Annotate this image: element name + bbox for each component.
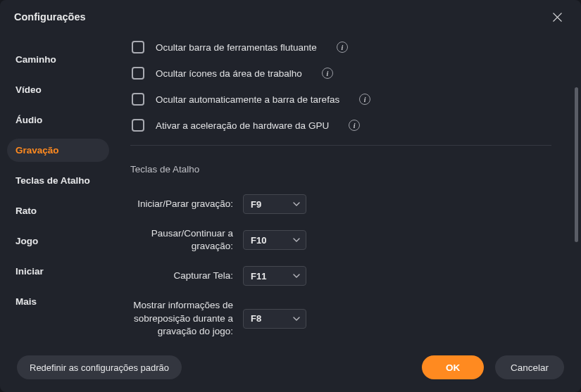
option-row: Ocultar barra de ferramentas flutuante i <box>130 41 551 53</box>
hotkey-value: F8 <box>251 313 293 324</box>
hotkey-label: Pausar/Continuar a gravação: <box>130 227 243 253</box>
option-row: Ocultar ícones da área de trabalho i <box>130 67 551 80</box>
checkbox-hide-floating-toolbar[interactable] <box>132 41 144 53</box>
chevron-down-icon <box>293 201 300 208</box>
info-icon[interactable]: i <box>349 120 360 131</box>
hotkey-select-pause-resume[interactable]: F10 <box>243 230 306 250</box>
scroll-area: Ocultar barra de ferramentas flutuante i… <box>116 34 573 343</box>
sidebar-item-audio[interactable]: Áudio <box>7 108 109 132</box>
info-icon[interactable]: i <box>322 68 333 79</box>
option-row: Ativar a aceleração de hardware da GPU i <box>130 119 551 132</box>
close-button[interactable] <box>547 7 567 27</box>
sidebar-item-iniciar[interactable]: Iniciar <box>7 260 109 283</box>
scrollbar[interactable] <box>574 38 578 339</box>
chevron-down-icon <box>293 315 300 322</box>
settings-window: Configurações Caminho Vídeo Áudio Gravaç… <box>0 0 581 392</box>
info-icon[interactable]: i <box>337 42 348 53</box>
body: Caminho Vídeo Áudio Gravação Teclas de A… <box>0 34 581 343</box>
hotkey-label: Capturar Tela: <box>130 270 243 282</box>
sidebar-item-rato[interactable]: Rato <box>7 199 109 222</box>
hotkey-label: Iniciar/Parar gravação: <box>130 198 243 210</box>
sidebar-item-caminho[interactable]: Caminho <box>7 48 109 71</box>
titlebar: Configurações <box>0 0 581 34</box>
cancel-button[interactable]: Cancelar <box>495 355 564 379</box>
hotkey-row: Iniciar/Parar gravação: F9 <box>130 194 551 214</box>
main-panel: Ocultar barra de ferramentas flutuante i… <box>116 34 581 343</box>
hotkey-select-overlay-info[interactable]: F8 <box>243 309 306 329</box>
sidebar: Caminho Vídeo Áudio Gravação Teclas de A… <box>0 34 116 343</box>
scrollbar-thumb[interactable] <box>575 87 578 242</box>
sidebar-item-video[interactable]: Vídeo <box>7 78 109 101</box>
hotkey-value: F11 <box>251 271 293 282</box>
info-icon[interactable]: i <box>359 94 370 105</box>
chevron-down-icon <box>293 272 300 279</box>
sidebar-item-jogo[interactable]: Jogo <box>7 229 109 253</box>
option-label: Ativar a aceleração de hardware da GPU <box>156 120 329 131</box>
hotkey-value: F10 <box>251 235 293 246</box>
sidebar-item-teclas-de-atalho[interactable]: Teclas de Atalho <box>7 169 109 192</box>
ok-button[interactable]: OK <box>422 355 484 379</box>
hotkey-select-capture-screen[interactable]: F11 <box>243 266 306 286</box>
close-icon <box>552 12 563 23</box>
sidebar-item-gravacao[interactable]: Gravação <box>7 139 109 162</box>
window-title: Configurações <box>14 11 86 23</box>
hotkey-label: Mostrar informações de sobreposição dura… <box>130 299 243 338</box>
chevron-down-icon <box>293 236 300 244</box>
hotkey-row: Pausar/Continuar a gravação: F10 <box>130 227 551 253</box>
option-row: Ocultar automaticamente a barra de taref… <box>130 93 551 106</box>
hotkey-value: F9 <box>251 199 293 210</box>
hotkey-select-start-stop[interactable]: F9 <box>243 194 306 214</box>
section-header-hotkeys: Teclas de Atalho <box>130 164 551 175</box>
option-label: Ocultar ícones da área de trabalho <box>156 68 302 79</box>
checkbox-auto-hide-taskbar[interactable] <box>132 93 144 106</box>
checkbox-hide-desktop-icons[interactable] <box>132 67 144 80</box>
sidebar-item-mais[interactable]: Mais <box>7 290 109 313</box>
divider <box>130 145 551 146</box>
footer: Redefinir as configurações padrão OK Can… <box>0 343 581 392</box>
option-label: Ocultar barra de ferramentas flutuante <box>156 42 317 53</box>
hotkey-row: Capturar Tela: F11 <box>130 266 551 286</box>
reset-defaults-button[interactable]: Redefinir as configurações padrão <box>17 355 182 379</box>
option-label: Ocultar automaticamente a barra de taref… <box>156 94 339 105</box>
hotkey-row: Mostrar informações de sobreposição dura… <box>130 299 551 338</box>
checkbox-gpu-hw-accel[interactable] <box>132 119 144 132</box>
